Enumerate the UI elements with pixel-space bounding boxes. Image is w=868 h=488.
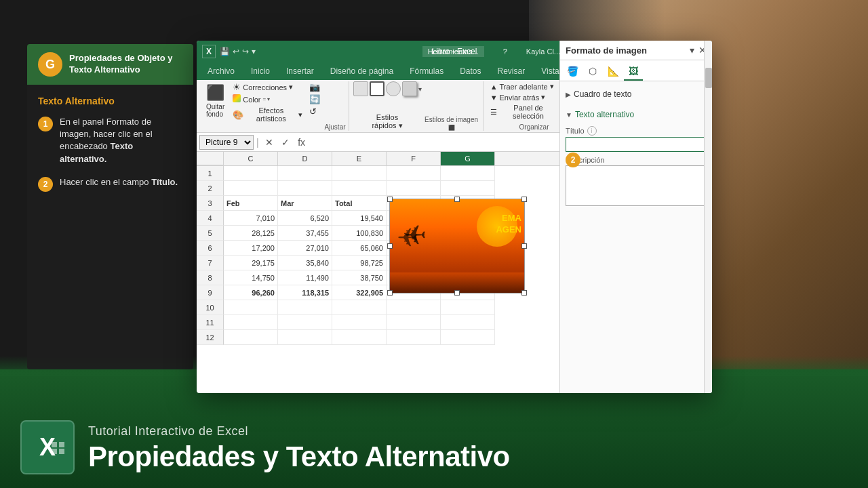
estilos-rapidos-button[interactable]: Estilosrápidos ▾ (369, 113, 405, 131)
format-tab-size[interactable]: 📐 (604, 63, 623, 81)
cell-g12[interactable] (441, 330, 495, 345)
cell-d9[interactable]: 118,315 (278, 285, 332, 300)
cell-f12[interactable] (387, 330, 441, 345)
format-panel-settings-icon[interactable]: ▾ (690, 45, 694, 56)
cell-c2[interactable] (224, 181, 278, 196)
cell-e5[interactable]: 100,830 (332, 226, 387, 241)
cell-d2[interactable] (278, 181, 332, 196)
col-d[interactable]: D (278, 152, 332, 165)
cell-c5[interactable]: 28,125 (224, 226, 278, 241)
cell-g11[interactable] (441, 315, 495, 330)
handle-ml[interactable] (387, 243, 393, 249)
cell-f10[interactable] (387, 300, 441, 315)
cell-d1[interactable] (278, 166, 332, 181)
cell-d12[interactable] (278, 330, 332, 345)
cell-e6[interactable]: 65,060 (332, 241, 387, 256)
row-5[interactable]: 5 (197, 226, 224, 241)
quitar-fondo-button[interactable]: ⬛ Quitarfondo (202, 81, 229, 121)
cell-e7[interactable]: 98,725 (332, 256, 387, 270)
titulo-info-icon[interactable]: i (587, 126, 597, 136)
cell-d11[interactable] (278, 315, 332, 330)
traer-adelante-button[interactable]: ▲ Traer adelante ▾ (488, 81, 567, 92)
format-scrollbar-thumb[interactable] (705, 68, 712, 88)
col-f[interactable]: F (387, 152, 441, 165)
texto-alternativo-header[interactable]: ▼ Texto alternativo (566, 107, 707, 122)
format-tab-alt-text[interactable]: 🖼 (624, 63, 643, 81)
cell-c3[interactable]: Feb (224, 196, 278, 211)
cell-e4[interactable]: 19,540 (332, 211, 387, 226)
cell-e8[interactable]: 38,750 (332, 270, 387, 285)
row-4[interactable]: 4 (197, 211, 224, 226)
cell-e1[interactable] (332, 166, 387, 181)
cell-g10[interactable] (441, 300, 495, 315)
help-button[interactable]: ? (490, 41, 521, 62)
cell-c11[interactable] (224, 315, 278, 330)
format-tab-fill[interactable]: 🪣 (563, 63, 582, 81)
name-box[interactable]: Picture 9 (199, 135, 254, 150)
tab-diseno[interactable]: Diseño de página (322, 62, 401, 80)
cell-d3[interactable]: Mar (278, 196, 332, 211)
row-7[interactable]: 7 (197, 256, 224, 270)
row-11[interactable]: 11 (197, 315, 224, 330)
redo-icon[interactable]: ↪ (242, 47, 249, 56)
panel-seleccion-button[interactable]: ☰ Panel de selección ▾ (488, 103, 567, 121)
row-6[interactable]: 6 (197, 241, 224, 256)
row-12[interactable]: 12 (197, 330, 224, 345)
enviar-atras-button[interactable]: ▼ Enviar atrás ▾ (488, 92, 567, 102)
descripcion-textarea[interactable] (566, 165, 707, 206)
tab-inicio[interactable]: Inicio (243, 62, 278, 80)
cell-e3[interactable]: Total (332, 196, 387, 211)
cell-d7[interactable]: 35,840 (278, 256, 332, 270)
cell-c10[interactable] (224, 300, 278, 315)
cell-f1[interactable] (387, 166, 441, 181)
comprimir-button[interactable]: 📷 (307, 81, 323, 93)
confirm-formula-button[interactable]: ✓ (278, 135, 293, 150)
cell-c4[interactable]: 7,010 (224, 211, 278, 226)
cell-c1[interactable] (224, 166, 278, 181)
tab-datos[interactable]: Datos (452, 62, 489, 80)
cambiar-button[interactable]: 🔄 (307, 94, 323, 105)
cell-c7[interactable]: 29,175 (224, 256, 278, 270)
row-10[interactable]: 10 (197, 300, 224, 315)
handle-bl[interactable] (387, 290, 393, 296)
cell-g1[interactable] (441, 166, 495, 181)
tab-revisar[interactable]: Revisar (490, 62, 534, 80)
handle-mr[interactable] (521, 243, 527, 249)
cell-f2[interactable] (387, 181, 441, 196)
handle-br[interactable] (521, 290, 527, 296)
col-e[interactable]: E (332, 152, 387, 165)
customize-icon[interactable]: ▾ (252, 47, 256, 56)
cell-f11[interactable] (387, 315, 441, 330)
handle-tr[interactable] (521, 197, 527, 202)
save-icon[interactable]: 💾 (220, 47, 230, 56)
cell-d10[interactable] (278, 300, 332, 315)
col-g[interactable]: G (441, 152, 495, 165)
cell-d6[interactable]: 27,010 (278, 241, 332, 256)
cell-e2[interactable] (332, 181, 387, 196)
image-overlay[interactable]: ✈ EMA AGEN (389, 199, 525, 293)
tab-formulas[interactable]: Fórmulas (401, 62, 452, 80)
cell-e10[interactable] (332, 300, 387, 315)
row-8[interactable]: 8 (197, 270, 224, 285)
row-9[interactable]: 9 (197, 285, 224, 300)
undo-icon[interactable]: ↩ (233, 47, 239, 56)
insert-function-button[interactable]: fx (294, 135, 309, 150)
tab-archivo[interactable]: Archivo (199, 62, 243, 80)
cancel-formula-button[interactable]: ✕ (262, 135, 277, 150)
cell-c6[interactable]: 17,200 (224, 241, 278, 256)
cell-d4[interactable]: 6,520 (278, 211, 332, 226)
row-1[interactable]: 1 (197, 166, 224, 181)
tab-insertar[interactable]: Insertar (278, 62, 322, 80)
color-button[interactable]: Color = ▾ (230, 94, 305, 105)
cell-d8[interactable]: 11,490 (278, 270, 332, 285)
cell-g2[interactable] (441, 181, 495, 196)
row-2[interactable]: 2 (197, 181, 224, 196)
cell-c12[interactable] (224, 330, 278, 345)
handle-tl[interactable] (387, 197, 393, 202)
cell-e9[interactable]: 322,905 (332, 285, 387, 300)
correcciones-button[interactable]: ☀ Correcciones ▾ (230, 81, 305, 93)
cell-e11[interactable] (332, 315, 387, 330)
format-tab-effects[interactable]: ⬡ (583, 63, 602, 81)
row-3[interactable]: 3 (197, 196, 224, 211)
handle-bc[interactable] (454, 290, 460, 296)
